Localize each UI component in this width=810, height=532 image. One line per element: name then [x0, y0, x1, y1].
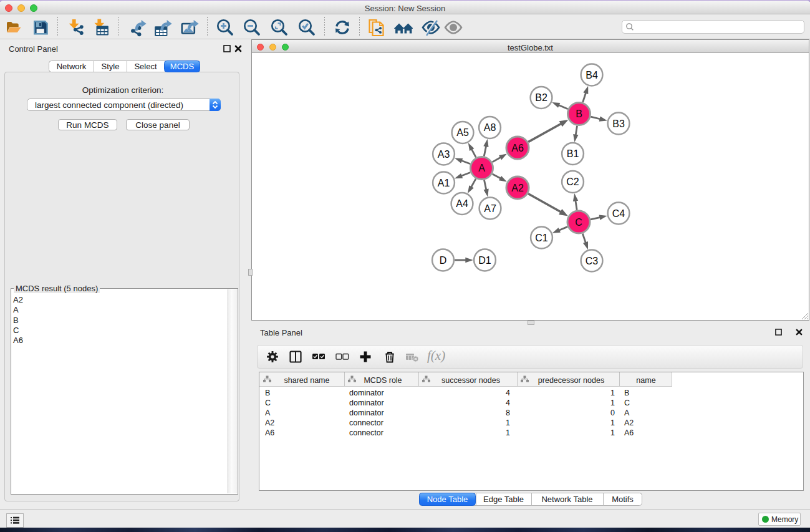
svg-text:D: D — [440, 255, 447, 266]
svg-text:A4: A4 — [456, 198, 468, 209]
svg-text:C3: C3 — [586, 256, 599, 266]
svg-text:A5: A5 — [456, 127, 469, 138]
svg-text:B4: B4 — [586, 70, 598, 80]
svg-text:A8: A8 — [484, 122, 496, 133]
svg-text:B: B — [576, 109, 582, 119]
svg-text:B3: B3 — [612, 118, 625, 129]
svg-text:A1: A1 — [438, 178, 450, 188]
svg-text:A: A — [478, 163, 485, 173]
svg-text:D1: D1 — [478, 255, 491, 266]
svg-text:C1: C1 — [535, 233, 548, 243]
svg-text:C4: C4 — [612, 208, 625, 219]
svg-text:C2: C2 — [566, 177, 579, 187]
svg-text:A7: A7 — [484, 203, 496, 214]
svg-text:B2: B2 — [535, 92, 547, 103]
svg-text:B1: B1 — [567, 148, 579, 159]
svg-text:A3: A3 — [438, 149, 450, 160]
svg-text:C: C — [575, 217, 582, 228]
svg-text:A2: A2 — [511, 183, 524, 193]
svg-text:A6: A6 — [511, 143, 524, 153]
